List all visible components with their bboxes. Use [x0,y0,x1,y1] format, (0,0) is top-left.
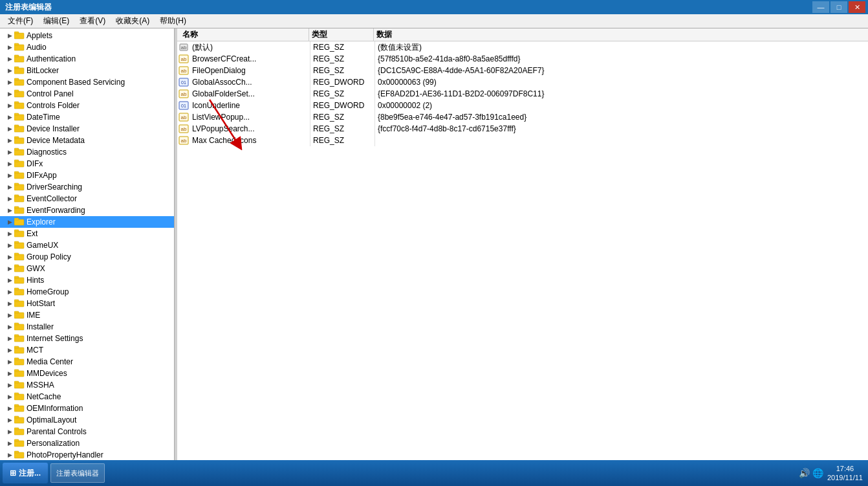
tree-item[interactable]: ▶ DIFxApp [0,170,174,181]
tree-item[interactable]: ▶ MMDevices [0,368,174,379]
tree-item[interactable]: ▶ Explorer [0,216,174,228]
tree-toggle-icon: ▶ [5,113,14,122]
registry-type: REG_DWORD [310,76,375,88]
registry-row[interactable]: ab (默认)REG_SZ(数值未设置) [177,41,868,53]
tray-icons: 🔊 🌐 [799,468,823,478]
tree-item[interactable]: ▶ Controls Folder [0,100,174,111]
tree-item[interactable]: ▶ OptimalLayout [0,414,174,426]
tree-item-label: Diagnostics [27,148,67,157]
tree-item[interactable]: ▶ EventForwarding [0,204,174,216]
tree-item[interactable]: ▶ Audio [0,41,174,53]
menu-bar: 文件(F) 编辑(E) 查看(V) 收藏夹(A) 帮助(H) [0,14,868,28]
tree-toggle-icon: ▶ [5,148,14,157]
menu-help[interactable]: 帮助(H) [155,14,191,28]
tree-item[interactable]: ▶ Personalization [0,437,174,449]
registry-name: ListViewPopup... [191,111,310,123]
tree-item[interactable]: ▶ Hints [0,274,174,286]
svg-rect-19 [14,137,19,138]
tree-item[interactable]: ▶ Device Metadata [0,135,174,146]
registry-row[interactable]: 01 IconUnderlineREG_DWORD0x00000002 (2) [177,100,868,111]
folder-icon [14,124,25,133]
registry-row[interactable]: ab Max Cached IconsREG_SZ [177,135,868,146]
registry-data: {DC1C5A9C-E88A-4dde-A5A1-60F82A20AEF7} [375,65,868,76]
registry-row[interactable]: ab ListViewPopup...REG_SZ{8be9f5ea-e746-… [177,111,868,123]
folder-icon [14,229,25,238]
start-button[interactable]: ⊞ 注册... [3,463,48,483]
registry-row[interactable]: ab BrowserCFCreat...REG_SZ{57f8510b-a5e2… [177,53,868,65]
tree-item-label: Component Based Servicing [27,78,125,87]
tree-item[interactable]: ▶ Diagnostics [0,146,174,158]
right-pane[interactable]: 名称 类型 数据 ab (默认)REG_SZ(数值未设置) ab Browser… [177,28,868,473]
registry-row[interactable]: ab LVPopupSearch...REG_SZ{fccf70c8-f4d7-… [177,123,868,135]
tree-item[interactable]: ▶ Device Installer [0,123,174,135]
registry-name: BrowserCFCreat... [191,53,310,65]
svg-rect-60 [14,382,24,388]
tree-item[interactable]: ▶ Installer [0,321,174,333]
taskbar-app-regedit[interactable]: 注册表编辑器 [50,463,105,483]
tree-item[interactable]: ▶ BitLocker [0,65,174,76]
svg-rect-58 [14,371,24,377]
taskbar-tray: 🔊 🌐 17:46 2019/11/11 [799,464,865,483]
menu-edit[interactable]: 编辑(E) [38,14,74,28]
svg-rect-26 [14,184,24,190]
svg-rect-42 [14,278,24,283]
tree-item-label: OEMInformation [27,404,83,413]
tree-item[interactable]: ▶ OEMInformation [0,403,174,414]
tree-item[interactable]: ▶ Applets [0,30,174,41]
svg-rect-66 [14,417,24,423]
tree-item[interactable]: ▶ MSSHA [0,379,174,391]
tree-item[interactable]: ▶ Ext [0,228,174,239]
registry-row[interactable]: 01 GlobalAssocCh...REG_DWORD0x00000063 (… [177,76,868,88]
svg-text:ab: ab [181,91,187,97]
tree-item[interactable]: ▶ HomeGroup [0,286,174,298]
folder-icon [14,311,25,320]
tree-item[interactable]: ▶ DriverSearching [0,181,174,193]
tree-item[interactable]: ▶ EventCollector [0,193,174,204]
tree-item[interactable]: ▶ Media Center [0,356,174,368]
svg-rect-63 [14,393,19,395]
folder-icon [14,182,25,192]
tree-item-label: Authentication [27,54,76,63]
tree-toggle-icon: ▶ [5,194,14,203]
tree-item[interactable]: ▶ GWX [0,263,174,274]
svg-rect-45 [14,288,19,290]
tree-item[interactable]: ▶ Internet Settings [0,333,174,344]
svg-rect-46 [14,301,24,307]
tree-toggle-icon: ▶ [5,31,14,40]
tree-toggle-icon: ▶ [5,136,14,145]
menu-favorites[interactable]: 收藏夹(A) [111,14,155,28]
tree-item-label: DriverSearching [27,182,82,192]
tree-item[interactable]: ▶ Component Based Servicing [0,76,174,88]
tree-item[interactable]: ▶ Parental Controls [0,426,174,437]
tree-item[interactable]: ▶ NetCache [0,391,174,403]
tree-item[interactable]: ▶ Control Panel [0,88,174,100]
tree-item[interactable]: ▶ MCT [0,344,174,356]
folder-icon [14,217,25,226]
menu-file[interactable]: 文件(F) [3,14,38,28]
tree-item[interactable]: ▶ IME [0,309,174,321]
svg-rect-39 [14,253,19,255]
tree-item[interactable]: ▶ Authentication [0,53,174,65]
minimize-button[interactable]: — [812,1,829,13]
registry-data: 0x00000002 (2) [375,100,868,111]
tree-item[interactable]: ▶ PhotoPropertyHandler [0,449,174,461]
tree-item[interactable]: ▶ HotStart [0,298,174,309]
tree-pane[interactable]: ▶ Applets▶ Audio▶ Authentication▶ BitLoc… [0,28,175,473]
close-button[interactable]: ✕ [849,1,865,13]
svg-rect-7 [14,67,19,69]
tree-item-label: Group Policy [27,252,71,261]
registry-row[interactable]: ab FileOpenDialogREG_SZ{DC1C5A9C-E88A-4d… [177,65,868,76]
menu-view[interactable]: 查看(V) [74,14,111,28]
tree-item[interactable]: ▶ GameUX [0,239,174,251]
registry-row[interactable]: ab GlobalFolderSet...REG_SZ{EF8AD2D1-AE3… [177,88,868,100]
folder-icon [14,89,25,98]
tree-item[interactable]: ▶ DateTime [0,111,174,123]
tree-item[interactable]: ▶ DIFx [0,158,174,170]
title-bar: 注册表编辑器 — □ ✕ [0,0,868,14]
tree-item[interactable]: ▶ Group Policy [0,251,174,263]
registry-type: REG_SZ [310,88,375,100]
registry-name: GlobalFolderSet... [191,88,310,100]
tree-item-label: BitLocker [27,66,59,75]
maximize-button[interactable]: □ [830,1,847,13]
svg-rect-50 [14,324,24,330]
